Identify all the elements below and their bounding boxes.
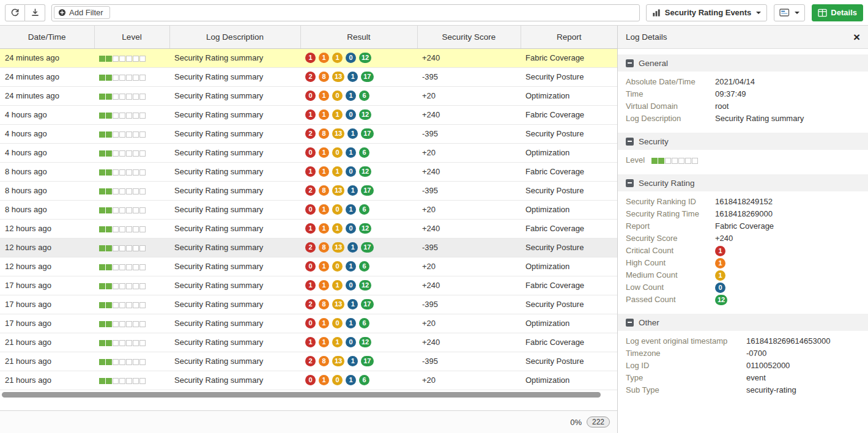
detail-field: Level [626,154,860,166]
level-indicator [99,340,146,346]
collapse-icon[interactable] [626,319,634,327]
section-header-general[interactable]: General [618,54,868,72]
level-cell [94,257,169,276]
passed-count-badge: 17 [361,185,373,196]
table-row[interactable]: 24 minutes agoSecurity Rating summary010… [0,86,617,105]
table-row[interactable]: 17 hours agoSecurity Rating summary11101… [0,276,617,295]
column-header-report[interactable]: Report [521,26,617,48]
level-segment-empty [133,359,139,365]
table-row[interactable]: 12 hours agoSecurity Rating summary11101… [0,219,617,238]
column-header-date-time[interactable]: Date/Time [0,26,94,48]
column-header-security-score[interactable]: Security Score [417,26,521,48]
filter-search-bar[interactable]: Add Filter [51,4,640,21]
medium-count-badge: 13 [332,356,344,366]
section-header-security[interactable]: Security [618,133,868,150]
section-header-security-rating[interactable]: Security Rating [618,174,868,191]
chevron-down-icon [756,12,761,14]
section-header-other[interactable]: Other [618,314,868,331]
table-row[interactable]: 17 hours agoSecurity Rating summary28131… [0,295,617,314]
passed-count-badge: 12 [715,295,727,305]
passed-count-badge: 6 [359,261,369,272]
level-segment-empty [139,94,146,100]
high-count-badge: 8 [319,242,329,253]
score-cell: -395 [417,181,521,200]
table-row[interactable]: 17 hours agoSecurity Rating summary01016… [0,314,617,333]
report-cell: Security Posture [521,181,617,200]
level-segment-empty [113,245,119,251]
report-cell: Fabric Coverage [521,105,617,124]
view-selector-button[interactable]: Security Rating Events [646,4,768,21]
table-row[interactable]: 8 hours agoSecurity Rating summary01016+… [0,200,617,219]
table-row[interactable]: 12 hours agoSecurity Rating summary28131… [0,238,617,257]
level-segment-empty [139,359,146,365]
table-row[interactable]: 4 hours agoSecurity Rating summary281311… [0,124,617,143]
table-row[interactable]: 8 hours agoSecurity Rating summary111012… [0,162,617,181]
details-button[interactable]: Details [812,4,863,21]
collapse-icon[interactable] [626,138,634,146]
datetime-cell: 21 hours ago [0,333,94,352]
level-segment-empty [126,94,132,100]
table-row[interactable]: 24 minutes agoSecurity Rating summary281… [0,67,617,86]
table-row[interactable]: 24 minutes agoSecurity Rating summary111… [0,48,617,67]
medium-count-badge: 0 [332,204,343,215]
column-header-result[interactable]: Result [300,26,417,48]
low-count-badge: 0 [715,283,725,293]
level-cell [94,371,169,390]
refresh-button[interactable] [5,4,25,21]
collapse-icon[interactable] [626,59,634,67]
table-row[interactable]: 21 hours agoSecurity Rating summary28131… [0,352,617,371]
level-cell [94,162,169,181]
level-segment-filled [99,169,105,176]
level-segment-filled [106,340,112,346]
level-segment-empty [119,56,125,62]
log-table-area: Date/TimeLevelLog DescriptionResultSecur… [0,26,618,433]
critical-count-badge: 2 [305,128,316,139]
description-cell: Security Rating summary [169,105,300,124]
low-count-badge: 0 [346,280,356,291]
level-segment-empty [126,321,132,327]
critical-count-badge: 0 [305,318,316,328]
low-count-badge: 0 [346,53,356,63]
horizontal-scrollbar[interactable] [0,391,617,400]
critical-count-badge: 1 [715,246,725,256]
table-row[interactable]: 4 hours agoSecurity Rating summary111012… [0,105,617,124]
close-icon[interactable]: × [853,31,860,43]
datetime-cell: 24 minutes ago [0,86,94,105]
scrollbar-thumb[interactable] [2,392,601,398]
download-button[interactable] [25,4,45,21]
description-cell: Security Rating summary [169,352,300,371]
detail-field: Timezone-0700 [626,347,860,360]
result-cell: 111012 [300,333,417,352]
level-segment-empty [139,226,146,232]
description-cell: Security Rating summary [169,333,300,352]
table-row[interactable]: 8 hours agoSecurity Rating summary281311… [0,181,617,200]
detail-field: Critical Count1 [626,245,860,257]
table-row[interactable]: 21 hours agoSecurity Rating summary01016… [0,371,617,390]
passed-count-badge: 17 [361,72,373,82]
low-count-badge: 1 [347,299,358,309]
display-options-button[interactable] [774,4,805,21]
low-count-badge: 1 [346,204,356,215]
level-segment-empty [126,245,132,251]
high-count-badge: 1 [715,258,725,268]
report-cell: Optimization [521,257,617,276]
report-cell: Optimization [521,86,617,105]
level-cell [94,124,169,143]
table-row[interactable]: 12 hours agoSecurity Rating summary01016… [0,257,617,276]
collapse-icon[interactable] [626,179,634,187]
table-row[interactable]: 21 hours agoSecurity Rating summary11101… [0,333,617,352]
column-header-log-description[interactable]: Log Description [169,26,300,48]
low-count-badge: 0 [346,337,356,347]
critical-count-badge: 1 [305,280,316,291]
section-title: Other [639,318,659,327]
report-cell: Security Posture [521,238,617,257]
medium-count-badge: 1 [332,109,343,120]
table-row[interactable]: 4 hours agoSecurity Rating summary01016+… [0,143,617,162]
datetime-cell: 12 hours ago [0,257,94,276]
level-indicator [99,226,146,232]
column-header-level[interactable]: Level [94,26,169,48]
passed-count-badge: 6 [359,375,369,385]
add-filter-button[interactable]: Add Filter [54,6,110,19]
low-count-badge: 1 [347,185,358,196]
description-cell: Security Rating summary [169,257,300,276]
